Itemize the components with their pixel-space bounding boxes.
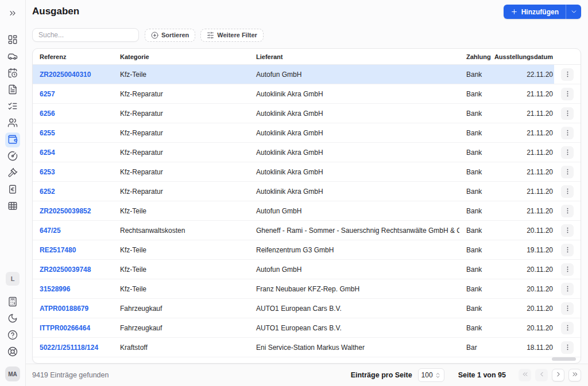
sidebar-item-calculator[interactable] <box>5 295 20 310</box>
ellipsis-vertical-icon <box>564 207 571 215</box>
sidebar-nav <box>5 33 20 214</box>
table-row[interactable]: 6255Kfz-ReparaturAutoklinik Akra GmbHBan… <box>33 123 581 143</box>
table-row[interactable]: 647/25RechtsanwaltskostenGheneff - Rami … <box>33 221 581 240</box>
row-actions-cell <box>554 338 581 357</box>
reference-link[interactable]: 6256 <box>33 104 113 123</box>
horizontal-scrollbar[interactable] <box>552 357 576 361</box>
first-page-button[interactable] <box>519 369 531 381</box>
next-page-button[interactable] <box>552 369 564 381</box>
table-row[interactable]: ZR20250039852Kfz-TeileAutofun GmbHBank21… <box>33 201 581 221</box>
sidebar-item-help[interactable] <box>5 328 20 343</box>
reference-link[interactable]: ZR20250039748 <box>33 260 113 279</box>
moon-icon <box>7 313 18 325</box>
main-content: Ausgaben Hinzufügen Sortieren Weitere Fi… <box>26 0 588 386</box>
sidebar-item-vehicles[interactable] <box>5 49 20 64</box>
row-menu-button[interactable] <box>561 283 574 295</box>
reference-link[interactable]: ITTPR00266464 <box>33 318 113 337</box>
reference-link[interactable]: ZR20250039852 <box>33 201 113 220</box>
issue-date-cell: 21.11.20 <box>491 182 554 201</box>
workspace-badge[interactable]: L <box>6 272 20 286</box>
chevrons-left-icon <box>521 371 529 380</box>
sidebar-item-contacts[interactable] <box>5 116 20 131</box>
sidebar-item-performance[interactable] <box>5 149 20 164</box>
pager <box>519 369 581 381</box>
row-menu-button[interactable] <box>561 68 574 81</box>
ellipsis-vertical-icon <box>564 344 571 351</box>
table-row[interactable]: ZR20250039748Kfz-TeileAutofun GmbHBank20… <box>33 260 581 279</box>
sidebar-item-dark-mode[interactable] <box>5 311 20 326</box>
car-icon <box>7 51 18 63</box>
add-button[interactable]: Hinzufügen <box>504 5 566 19</box>
add-dropdown-button[interactable] <box>566 5 581 19</box>
reference-link[interactable]: 31528996 <box>33 279 113 298</box>
table-row[interactable]: 31528996Kfz-TeileFranz Neubauer KFZ-Rep.… <box>33 279 581 299</box>
per-page-select[interactable]: 100 <box>418 368 444 382</box>
reference-link[interactable]: 6254 <box>33 143 113 162</box>
row-menu-button[interactable] <box>561 205 574 217</box>
row-menu-button[interactable] <box>561 88 574 100</box>
row-menu-button[interactable] <box>561 302 574 315</box>
sidebar-item-invoices[interactable] <box>5 182 20 197</box>
row-menu-button[interactable] <box>561 224 574 237</box>
reference-link[interactable]: 647/25 <box>33 221 113 240</box>
category-cell: Kfz-Teile <box>113 260 249 279</box>
row-menu-button[interactable] <box>561 244 574 256</box>
table-row[interactable]: ZR20250040310Kfz-TeileAutofun GmbHBank22… <box>33 65 581 84</box>
chevrons-right-icon <box>8 9 17 18</box>
sidebar-item-expenses[interactable] <box>5 132 20 147</box>
reference-link[interactable]: ATPR00188679 <box>33 299 113 318</box>
table-row[interactable]: 6256Kfz-ReparaturAutoklinik Akra GmbHBan… <box>33 104 581 123</box>
table-row[interactable]: 6254Kfz-ReparaturAutoklinik Akra GmbHBan… <box>33 143 581 162</box>
sidebar-item-legal[interactable] <box>5 166 20 181</box>
table-row[interactable]: RE2517480Kfz-TeileReifenzentrum G3 GmbHB… <box>33 240 581 260</box>
reference-link[interactable]: 6253 <box>33 162 113 181</box>
reference-link[interactable]: 5022/1/251118/124 <box>33 338 113 357</box>
sidebar-item-tasks[interactable] <box>5 99 20 114</box>
row-menu-button[interactable] <box>561 146 574 159</box>
table-row[interactable]: 5022/1/251118/124KraftstoffEni Service-S… <box>33 338 581 357</box>
category-cell: Kfz-Teile <box>113 240 249 259</box>
payment-cell: Bank <box>459 123 491 142</box>
sidebar-item-calendar[interactable] <box>5 66 20 81</box>
row-actions-cell <box>554 182 581 201</box>
reference-link[interactable]: 6252 <box>33 182 113 201</box>
row-menu-button[interactable] <box>561 127 574 139</box>
table-row[interactable]: ITTPR00266464FahrzeugkaufAUTO1 European … <box>33 318 581 338</box>
sidebar-expand-button[interactable] <box>5 6 20 21</box>
sidebar-item-dashboard[interactable] <box>5 33 20 48</box>
previous-page-button[interactable] <box>535 369 548 381</box>
last-page-button[interactable] <box>568 369 581 381</box>
sidebar-item-documents[interactable] <box>5 83 20 98</box>
more-filters-button[interactable]: Weitere Filter <box>200 29 264 42</box>
row-actions-cell <box>554 104 581 123</box>
row-menu-button[interactable] <box>561 341 574 354</box>
reference-link[interactable]: 6257 <box>33 84 113 103</box>
row-actions-cell <box>554 221 581 240</box>
supplier-cell: Franz Neubauer KFZ-Rep. GmbH <box>249 279 459 298</box>
row-menu-button[interactable] <box>561 185 574 198</box>
sidebar-item-reports[interactable] <box>5 199 20 214</box>
table-row[interactable]: ATPR00188679FahrzeugkaufAUTO1 European C… <box>33 299 581 318</box>
reference-link[interactable]: 6255 <box>33 123 113 142</box>
column-header-0: Referenz <box>33 53 113 60</box>
table-row[interactable]: 6252Kfz-ReparaturAutoklinik Akra GmbHBan… <box>33 182 581 201</box>
sidebar-item-support[interactable] <box>5 345 20 360</box>
row-actions-cell <box>554 299 581 318</box>
row-menu-button[interactable] <box>561 166 574 178</box>
row-menu-button[interactable] <box>561 107 574 120</box>
row-actions-cell <box>554 318 581 337</box>
issue-date-cell: 21.11.20 <box>491 104 554 123</box>
table-row[interactable]: 6257Kfz-ReparaturAutoklinik Akra GmbHBan… <box>33 84 581 104</box>
row-menu-button[interactable] <box>561 263 574 276</box>
sort-button[interactable]: Sortieren <box>145 29 195 42</box>
payment-cell: Bank <box>459 182 491 201</box>
category-cell: Rechtsanwaltskosten <box>113 221 249 240</box>
row-menu-button[interactable] <box>561 322 574 334</box>
reference-link[interactable]: ZR20250040310 <box>33 65 113 84</box>
column-header-4: Ausstellungsdatum <box>491 53 554 60</box>
supplier-cell: Reifenzentrum G3 GmbH <box>249 240 459 259</box>
reference-link[interactable]: RE2517480 <box>33 240 113 259</box>
table-row[interactable]: 6253Kfz-ReparaturAutoklinik Akra GmbHBan… <box>33 162 581 182</box>
search-input[interactable] <box>32 28 139 42</box>
user-avatar[interactable]: MA <box>5 366 20 381</box>
